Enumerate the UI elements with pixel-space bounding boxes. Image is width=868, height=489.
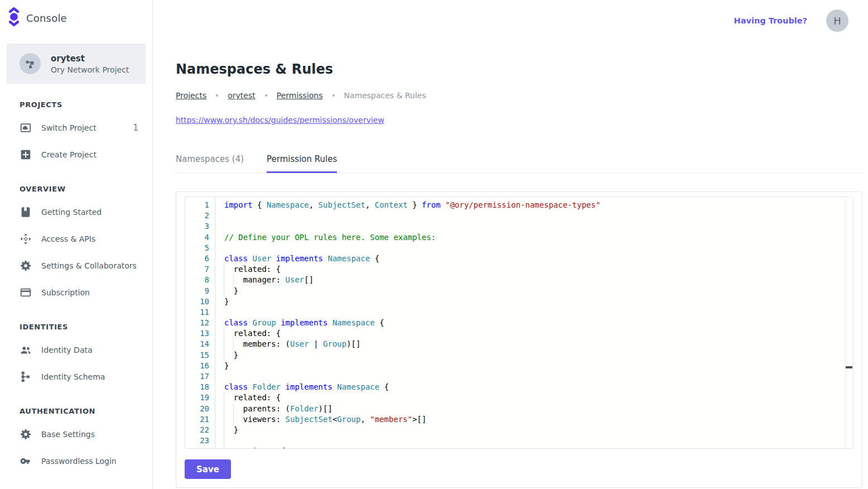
permission-rules-panel: 1import { Namespace, SubjectSet, Context…: [176, 191, 862, 488]
code-line: 23: [185, 435, 853, 446]
sidebar-item-identity-data[interactable]: Identity Data: [0, 337, 152, 363]
line-number: 24: [185, 446, 215, 449]
line-number: 7: [185, 264, 215, 275]
tab-namespaces-4-[interactable]: Namespaces (4): [176, 154, 244, 173]
sidebar-item-base-settings[interactable]: Base Settings: [0, 421, 152, 448]
sidebar-item-label: Create Project: [41, 150, 97, 159]
line-number: 14: [185, 339, 215, 349]
code-text: [215, 307, 853, 318]
sidebar-item-label: Access & APIs: [41, 234, 95, 243]
project-selector[interactable]: orytest Ory Network Project: [7, 44, 146, 84]
people-icon: [20, 344, 32, 356]
line-number: 9: [185, 286, 215, 296]
code-line: 17: [185, 371, 853, 382]
user-avatar[interactable]: H: [826, 9, 848, 32]
line-number: 5: [185, 243, 215, 253]
sidebar-item-label: Passwordless Login: [41, 457, 117, 466]
indent-guide: [233, 339, 234, 349]
line-number: 19: [185, 392, 215, 403]
sidebar-nav: PROJECTSSwitch Project1Create ProjectOVE…: [0, 96, 152, 474]
line-number: 3: [185, 221, 215, 232]
code-line: 7 related: {: [185, 264, 853, 275]
code-text: [215, 221, 853, 232]
breadcrumb-item[interactable]: Permissions: [277, 91, 323, 100]
sidebar-item-getting-started[interactable]: Getting Started: [0, 199, 152, 226]
sidebar-section-header: OVERVIEW: [0, 180, 152, 199]
overview-ruler[interactable]: [845, 197, 853, 448]
code-line: 22 }: [185, 425, 853, 435]
sidebar-section-overview: OVERVIEWGetting StartedAccess & APIsSett…: [0, 180, 152, 306]
gear-icon: [20, 260, 32, 272]
sidebar-item-label: Subscription: [41, 288, 90, 297]
code-text: }: [215, 350, 853, 361]
logo-row: Console: [0, 0, 152, 29]
code-line: 5: [185, 243, 853, 253]
overview-cursor-marker: [846, 366, 852, 368]
sidebar-item-label: Identity Data: [41, 346, 93, 354]
line-number: 20: [185, 404, 215, 414]
line-number: 21: [185, 414, 215, 425]
sidebar-section-projects: PROJECTSSwitch Project1Create Project: [0, 96, 152, 168]
code-text: }: [215, 286, 853, 296]
line-number: 23: [185, 435, 215, 446]
having-trouble-link[interactable]: Having Trouble?: [734, 16, 807, 25]
editor-rows: 1import { Namespace, SubjectSet, Context…: [185, 197, 853, 449]
sidebar-section-authentication: AUTHENTICATIONBase SettingsPasswordless …: [0, 402, 152, 474]
line-number: 4: [185, 232, 215, 243]
code-line: 18class Folder implements Namespace {: [185, 382, 853, 392]
breadcrumb-separator-dot: [216, 94, 218, 97]
sidebar-section-identities: IDENTITIESIdentity DataIdentity Schema: [0, 318, 152, 390]
sidebar-section-header: PROJECTS: [0, 96, 152, 114]
sidebar-item-passwordless-login[interactable]: Passwordless Login: [0, 448, 152, 474]
indent-guide: [224, 425, 224, 435]
tab-permission-rules[interactable]: Permission Rules: [267, 154, 337, 173]
code-line: 15 }: [185, 350, 853, 361]
breadcrumb-item[interactable]: orytest: [228, 91, 255, 100]
indent-guide: [224, 414, 224, 425]
code-text: class Folder implements Namespace {: [215, 382, 853, 392]
indent-guide: [224, 339, 224, 349]
code-line: 1import { Namespace, SubjectSet, Context…: [185, 200, 853, 210]
code-line: 16}: [185, 361, 853, 371]
code-text: class Group implements Namespace {: [215, 318, 853, 328]
sidebar-item-label: Getting Started: [41, 208, 102, 217]
code-line: 24 permits = {: [185, 446, 853, 449]
breadcrumb-separator-dot: [265, 94, 267, 97]
docs-link[interactable]: https://www.ory.sh/docs/guides/permissio…: [176, 116, 384, 124]
sidebar-item-settings-collaborators[interactable]: Settings & Collaborators: [0, 252, 152, 279]
sidebar-item-label: Settings & Collaborators: [41, 261, 137, 270]
sidebar-item-subscription[interactable]: Subscription: [0, 279, 152, 306]
indent-guide: [224, 328, 224, 339]
code-line: 19 related: {: [185, 392, 853, 403]
code-line: 9 }: [185, 286, 853, 296]
switch-project-icon: [20, 122, 32, 134]
indent-guide: [233, 275, 234, 285]
code-line: 13 related: {: [185, 328, 853, 339]
line-number: 2: [185, 210, 215, 221]
sidebar-item-label: Base Settings: [41, 430, 95, 439]
sidebar: Console orytest Ory Network Project PROJ…: [0, 0, 153, 489]
sidebar-item-identity-schema[interactable]: Identity Schema: [0, 363, 152, 390]
line-number: 22: [185, 425, 215, 435]
project-name: orytest: [51, 54, 129, 64]
sidebar-item-create-project[interactable]: Create Project: [0, 141, 152, 168]
code-editor[interactable]: 1import { Namespace, SubjectSet, Context…: [185, 196, 853, 449]
key-icon: [20, 455, 32, 467]
code-line: 12class Group implements Namespace {: [185, 318, 853, 328]
line-number: 6: [185, 253, 215, 264]
breadcrumb-item[interactable]: Projects: [176, 91, 206, 100]
line-number: 12: [185, 318, 215, 328]
project-count-badge: 1: [133, 123, 138, 133]
sidebar-item-access-apis[interactable]: Access & APIs: [0, 226, 152, 252]
line-number: 8: [185, 275, 215, 285]
code-text: }: [215, 361, 853, 371]
ory-logo-icon: [8, 7, 20, 29]
indent-guide: [224, 435, 224, 446]
code-line: 21 viewers: SubjectSet<Group, "members">…: [185, 414, 853, 425]
save-button[interactable]: Save: [185, 459, 231, 479]
code-text: [215, 435, 853, 446]
indent-guide: [224, 392, 224, 403]
breadcrumb-item: Namespaces & Rules: [344, 91, 426, 100]
code-text: permits = {: [215, 446, 853, 449]
sidebar-item-switch-project[interactable]: Switch Project1: [0, 114, 152, 141]
